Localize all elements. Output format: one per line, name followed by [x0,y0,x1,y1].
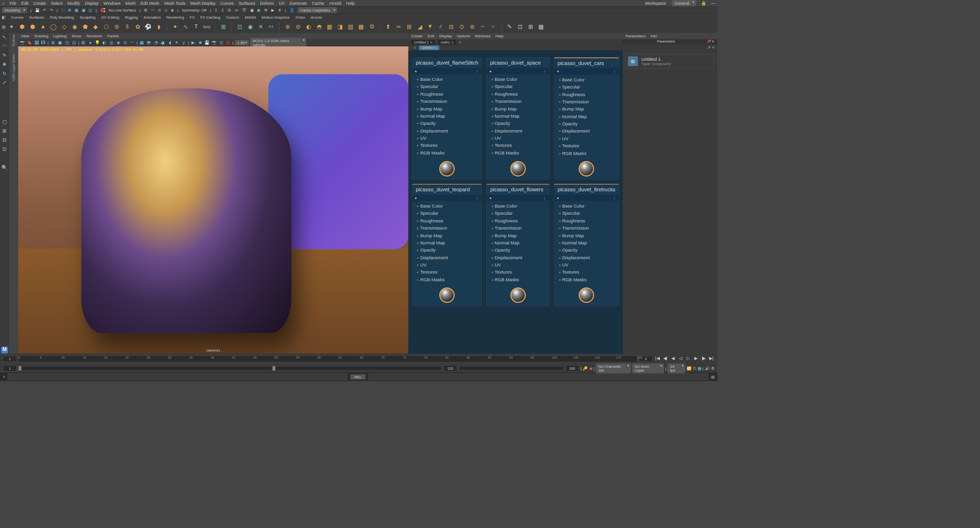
collapse-icon[interactable]: ▾ [490,69,491,74]
material-prop[interactable]: Transmission [557,98,616,105]
vp-stop-icon[interactable]: ■ [197,40,203,45]
undo-icon[interactable]: ↶ [43,8,46,12]
material-prop[interactable]: UV [557,135,616,142]
menu-cache[interactable]: Cache [312,0,324,5]
vp-tex-icon[interactable]: ▦ [139,40,145,45]
select-tool-icon[interactable]: ↖ [1,34,8,42]
sel-multi-icon[interactable]: ◫ [89,8,92,12]
np-add-tab-icon[interactable]: + [459,40,461,44]
menu-generate[interactable]: Generate [290,0,307,5]
shelf-bevel-icon[interactable]: ◢ [415,22,424,31]
shelftab-motiongraphics[interactable]: Motion Graphics [262,15,290,19]
collapse-icon[interactable]: ▾ [557,69,559,74]
usd-layer-tab[interactable]: USD Layer Editor [12,54,16,81]
shelf-plane-icon[interactable]: ◇ [59,22,68,31]
range-handle-end[interactable] [272,366,275,371]
material-prop[interactable]: UV [415,134,479,142]
material-node[interactable]: picasso_duvet_flowers ▾⋮ Base ColorSpecu… [486,184,549,306]
material-prop[interactable]: Base Color [490,202,546,209]
material-prop[interactable]: Base Color [415,202,479,209]
autokey-icon[interactable]: 🔑 [583,366,588,371]
shelf-booleans-icon[interactable]: ◐ [304,22,313,31]
vp-safe-icon[interactable]: ⊡ [71,40,77,45]
shelftab-xgen[interactable]: XGen [295,15,305,19]
vp-panels[interactable]: Panels [107,34,119,38]
node-menu-icon[interactable]: ⋮ [543,196,546,200]
material-prop[interactable]: Specular [490,209,546,217]
node-menu-icon[interactable]: ⋮ [475,69,479,74]
menu-meshdisplay[interactable]: Mesh Display [190,0,216,5]
shelf-helix-icon[interactable]: § [122,22,132,31]
close-icon[interactable]: × [451,40,453,44]
material-prop[interactable]: Bump Map [557,232,616,239]
charset-dropdown[interactable]: No Character Set [596,363,631,373]
material-prop[interactable]: Roughness [490,217,546,224]
render-icon[interactable]: 🎬 [242,8,246,12]
layout-four-icon[interactable]: ⊞ [1,128,8,135]
shelftab-uvediting[interactable]: UV Editing [101,15,119,19]
render-frame-icon[interactable]: ▣ [250,8,254,12]
shelf-merge-icon[interactable]: ⊙ [457,22,466,31]
material-prop[interactable]: Opacity [557,120,616,127]
shelftab-arnold[interactable]: Arnold [311,15,322,19]
vp-save-icon[interactable]: 💾 [204,40,210,45]
rotate-tool-icon[interactable]: ↻ [1,71,8,78]
material-node[interactable]: picasso_duvet_space ▾⋮ Base ColorSpecula… [486,57,549,179]
layout-custom-icon[interactable]: ⊡ [1,146,8,154]
shelf-connect-icon[interactable]: ⫽ [436,22,445,31]
material-prop[interactable]: UV [557,261,616,268]
vp-snapshot-icon[interactable]: 📸 [212,40,217,45]
menu-create[interactable]: Create [33,0,46,5]
shelftab-animation[interactable]: Animation [144,15,161,19]
vp-reso-icon[interactable]: ◫ [64,40,70,45]
range-handle-start[interactable] [19,366,22,371]
command-input[interactable] [8,374,347,380]
audio-icon[interactable]: 🔊 [705,366,710,371]
rp-menu-icon[interactable]: ≡ [713,45,715,50]
range-slider[interactable] [18,366,442,371]
vp-shading[interactable]: Shading [34,34,48,38]
vp-shade-icon[interactable]: ● [88,40,93,45]
shelftab-surfaces[interactable]: Surfaces [29,15,45,19]
shelf-paint-icon[interactable]: ✎ [505,22,514,31]
ipr-icon[interactable]: ◉ [257,8,260,12]
shelf-append-icon[interactable]: ⊞ [404,22,413,31]
shelf-snap4-icon[interactable]: 0.0 [267,22,276,31]
paint-select-icon[interactable]: ✎ [1,53,8,60]
shelf-curve-icon[interactable]: ∿ [181,22,190,31]
material-prop[interactable]: Transmission [415,98,479,105]
collapse-icon[interactable]: ▾ [557,196,559,200]
np-windows[interactable]: Windows [475,34,491,38]
close-icon[interactable]: × [430,40,432,44]
menu-help[interactable]: Help [346,0,355,5]
rp-expand-icon[interactable]: ↗ [707,45,711,50]
vp-camera-icon[interactable]: 📷 [20,40,25,45]
material-node[interactable]: picasso_duvet_cars ▾⋮ Base ColorSpecular… [554,57,619,179]
material-prop[interactable]: RGB Masks [415,149,479,156]
vp-ao-icon[interactable]: ◓ [146,40,152,45]
shelf-superellipse-icon[interactable]: ◗ [154,22,163,31]
search-icon[interactable]: 🔍 [1,165,8,172]
animlayer-dropdown[interactable]: No Anim Layer [632,363,664,373]
material-prop[interactable]: Bump Map [490,232,546,239]
play-rev-icon[interactable]: ◁ [678,356,684,362]
material-prop[interactable]: Textures [490,142,546,149]
outliner-tab[interactable]: Outliner [12,34,16,47]
shelf-pyramid-icon[interactable]: ◆ [91,22,100,31]
shelf-toggle-icon[interactable]: ◧ [2,15,5,20]
lasso-tool-icon[interactable]: ◠ [1,44,8,51]
shelf-quadmesh-icon[interactable]: ▩ [356,22,366,31]
layout-single-icon[interactable]: ▢ [1,119,8,126]
material-prop[interactable]: Opacity [415,246,479,253]
shelf-crease-icon[interactable]: ⊞ [526,22,535,31]
material-prop[interactable]: Roughness [557,91,616,98]
redo-icon[interactable]: ↷ [50,8,53,12]
shelf-combine-icon[interactable]: ⊕ [283,22,292,31]
material-prop[interactable]: Displacement [415,254,479,261]
timeline-start-field[interactable]: 1 [3,356,17,362]
np-help[interactable]: Help [496,34,504,38]
shelf-flip-icon[interactable]: ↔ [478,22,487,31]
snap-grid-icon[interactable]: ⊞ [144,8,147,12]
shelf-smooth-icon[interactable]: ◓ [314,22,323,31]
range-end-field[interactable]: 200 [565,365,579,371]
